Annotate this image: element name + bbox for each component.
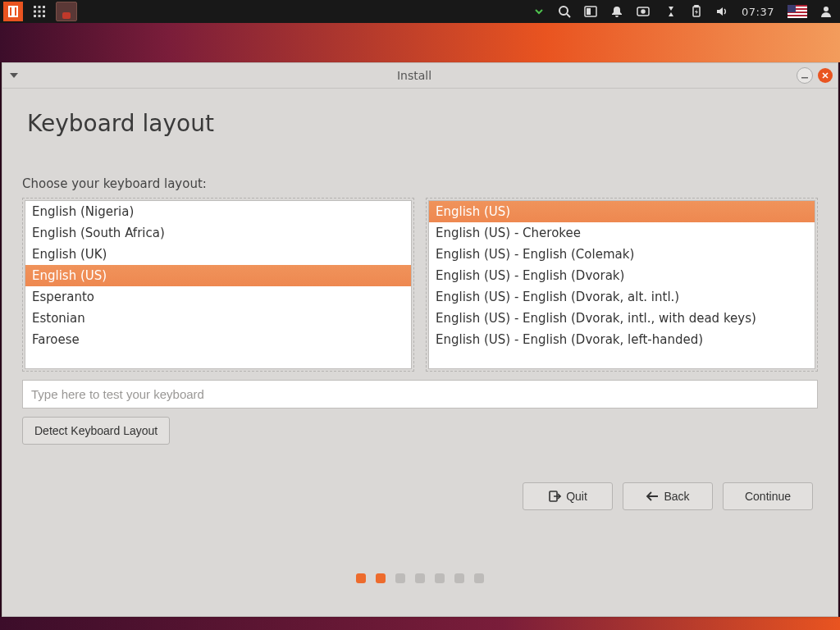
page-heading: Keyboard layout xyxy=(27,110,813,137)
notification-bell-icon[interactable] xyxy=(610,5,623,18)
distro-logo-icon[interactable] xyxy=(3,2,23,21)
window-close-button[interactable] xyxy=(818,68,833,83)
svg-rect-2 xyxy=(43,6,45,8)
workspace-icon[interactable] xyxy=(584,6,597,17)
back-button[interactable]: Back xyxy=(623,482,713,510)
layout-option[interactable]: Faroese xyxy=(25,329,411,350)
svg-rect-7 xyxy=(39,15,41,17)
svg-point-13 xyxy=(641,10,645,13)
pager-dot xyxy=(415,573,425,583)
installer-window: Install Keyboard layout Choose your keyb… xyxy=(2,62,838,617)
layout-listbox[interactable]: English (Nigeria)English (South Africa)E… xyxy=(25,200,412,369)
window-title: Install xyxy=(32,69,797,82)
battery-icon[interactable] xyxy=(691,5,702,18)
clock[interactable]: 07:37 xyxy=(742,6,774,18)
wizard-nav-row: Quit Back Continue xyxy=(22,482,818,510)
variant-option[interactable]: English (US) - English (Dvorak) xyxy=(429,265,815,286)
layout-option[interactable]: English (US) xyxy=(25,265,411,286)
variant-listbox[interactable]: English (US)English (US) - CherokeeEngli… xyxy=(428,200,815,369)
svg-rect-11 xyxy=(587,8,591,15)
quit-label: Quit xyxy=(566,490,587,503)
svg-rect-1 xyxy=(39,6,41,8)
progress-pager xyxy=(22,554,818,606)
app-grid-icon[interactable] xyxy=(33,5,46,18)
desktop-background xyxy=(0,23,840,62)
taskbar-installer-icon[interactable] xyxy=(56,2,77,21)
layout-option[interactable]: Esperanto xyxy=(25,286,411,308)
svg-rect-5 xyxy=(43,11,45,13)
keyboard-indicator-flag[interactable] xyxy=(788,5,807,18)
choose-layout-label: Choose your keyboard layout: xyxy=(22,176,818,191)
layout-option[interactable]: English (Nigeria) xyxy=(25,201,411,222)
layout-option[interactable]: English (South Africa) xyxy=(25,222,411,244)
variant-option[interactable]: English (US) - Cherokee xyxy=(429,222,815,244)
volume-icon[interactable] xyxy=(715,5,728,18)
camera-icon[interactable] xyxy=(637,6,651,17)
chevron-down-icon[interactable] xyxy=(533,6,545,17)
svg-rect-8 xyxy=(43,15,45,17)
pager-dot xyxy=(435,573,445,583)
detect-keyboard-button[interactable]: Detect Keyboard Layout xyxy=(22,417,170,445)
variant-option[interactable]: English (US) xyxy=(429,201,815,222)
layout-listbox-container: English (Nigeria)English (South Africa)E… xyxy=(22,198,414,372)
system-top-panel: 07:37 xyxy=(0,0,840,23)
network-icon[interactable] xyxy=(664,5,678,18)
pager-dot xyxy=(356,573,366,583)
variant-option[interactable]: English (US) - English (Dvorak, alt. int… xyxy=(429,286,815,308)
svg-rect-0 xyxy=(34,6,36,8)
svg-rect-6 xyxy=(34,15,36,17)
pager-dot xyxy=(454,573,464,583)
keyboard-test-input[interactable] xyxy=(22,380,818,409)
svg-rect-17 xyxy=(801,77,808,79)
quit-icon xyxy=(548,490,561,503)
search-icon[interactable] xyxy=(558,5,571,18)
continue-label: Continue xyxy=(745,490,791,503)
layout-option[interactable]: English (UK) xyxy=(25,244,411,265)
svg-rect-3 xyxy=(34,11,36,13)
layout-option[interactable]: Estonian xyxy=(25,308,411,329)
back-label: Back xyxy=(664,490,689,503)
pager-dot xyxy=(376,573,386,583)
svg-point-16 xyxy=(824,7,829,11)
user-icon[interactable] xyxy=(820,5,832,18)
variant-option[interactable]: English (US) - English (Dvorak, left-han… xyxy=(429,329,815,350)
window-minimize-button[interactable] xyxy=(797,67,813,84)
window-titlebar[interactable]: Install xyxy=(2,63,838,89)
svg-point-9 xyxy=(559,7,568,15)
continue-button[interactable]: Continue xyxy=(723,482,813,510)
desktop-background-bottom xyxy=(0,617,840,630)
variant-listbox-container: English (US)English (US) - CherokeeEngli… xyxy=(426,198,818,372)
window-menu-icon[interactable] xyxy=(7,69,21,82)
pager-dot xyxy=(474,573,484,583)
arrow-left-icon xyxy=(646,491,659,502)
pager-dot xyxy=(395,573,405,583)
svg-rect-15 xyxy=(695,6,698,7)
variant-option[interactable]: English (US) - English (Dvorak, intl., w… xyxy=(429,308,815,329)
svg-rect-4 xyxy=(39,11,41,13)
quit-button[interactable]: Quit xyxy=(523,482,613,510)
variant-option[interactable]: English (US) - English (Colemak) xyxy=(429,244,815,265)
